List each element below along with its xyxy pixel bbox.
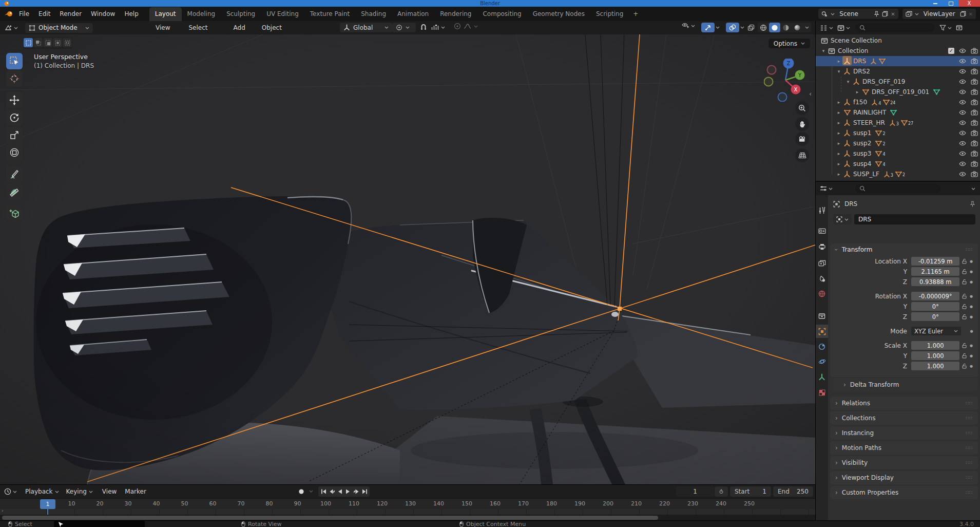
hide-eye-icon[interactable]	[959, 120, 966, 125]
tab-world[interactable]	[816, 287, 828, 300]
scene-selector[interactable]: Scene ✕	[818, 9, 898, 19]
outliner-row-susp-lf[interactable]: ▸ SUSP_LF 3 2	[816, 169, 980, 179]
hide-eye-icon[interactable]	[959, 141, 966, 146]
disclosure-triangle[interactable]: ▸	[835, 141, 842, 146]
tool-annotate[interactable]	[6, 166, 23, 182]
lock-icon[interactable]	[959, 269, 969, 274]
location-z-field[interactable]: 0.93888 m	[911, 277, 959, 286]
motion-paths-panel[interactable]: ›Motion Paths∷∷	[830, 441, 978, 455]
tab-object[interactable]	[816, 325, 828, 338]
hide-eye-icon[interactable]	[959, 79, 966, 84]
render-camera-icon[interactable]	[971, 171, 978, 177]
menu-file[interactable]: File	[14, 10, 34, 17]
animate-dot[interactable]: ●	[969, 315, 974, 319]
select-mode-extend[interactable]	[33, 38, 43, 47]
animate-dot[interactable]: ●	[969, 329, 974, 333]
lock-icon[interactable]	[959, 314, 969, 319]
disclosure-triangle[interactable]: ▾	[820, 48, 827, 53]
disclosure-triangle[interactable]: ▸	[835, 151, 842, 156]
lock-icon[interactable]	[959, 353, 969, 359]
marker-menu[interactable]: Marker	[123, 488, 148, 495]
scale-z-field[interactable]: 1.000	[911, 362, 959, 370]
menu-object[interactable]: Object	[260, 24, 284, 31]
outliner-row-susp4[interactable]: ▸ susp4 4	[816, 159, 980, 169]
properties-search-input[interactable]	[855, 184, 940, 193]
render-camera-icon[interactable]	[971, 79, 978, 85]
animate-dot[interactable]: ●	[969, 305, 974, 309]
lock-icon[interactable]	[959, 304, 969, 309]
menu-render[interactable]: Render	[55, 10, 86, 17]
playhead-line[interactable]	[47, 508, 48, 515]
rotation-z-field[interactable]: 0°	[911, 312, 959, 321]
animate-dot[interactable]: ●	[969, 294, 974, 298]
lock-icon[interactable]	[959, 279, 969, 285]
new-viewlayer-icon[interactable]	[960, 11, 966, 17]
tab-scripting[interactable]: Scripting	[590, 7, 629, 21]
lock-icon[interactable]	[959, 343, 969, 348]
timeline-keyframe-strip[interactable]	[0, 509, 815, 515]
animate-dot[interactable]: ●	[969, 344, 974, 348]
auto-key-record-button[interactable]	[295, 486, 308, 496]
tab-physics[interactable]	[816, 355, 828, 368]
3d-viewport[interactable]: User Perspective (1) Collection | DRS Op…	[0, 34, 815, 484]
scale-x-field[interactable]: 1.000	[911, 341, 959, 350]
proportional-edit-icon[interactable]	[454, 23, 461, 30]
disclosure-triangle[interactable]: ▸	[835, 100, 842, 105]
tab-output[interactable]	[816, 240, 828, 253]
frame-start-field[interactable]: Start1	[730, 486, 771, 497]
unlink-scene-icon[interactable]: ✕	[891, 11, 895, 17]
tab-uv-editing[interactable]: UV Editing	[261, 7, 304, 21]
custom-properties-panel[interactable]: ›Custom Properties∷∷	[830, 486, 978, 499]
playback-menu[interactable]: Playback	[25, 488, 59, 495]
snap-with-dropdown[interactable]	[431, 24, 445, 31]
render-camera-icon[interactable]	[971, 161, 978, 167]
outliner-row-drs2[interactable]: ▾ DRS2	[816, 66, 980, 77]
previous-keyframe-button[interactable]	[328, 487, 336, 496]
disclosure-triangle[interactable]: ▸	[854, 89, 861, 95]
options-button[interactable]: Options	[768, 39, 810, 48]
pin-icon[interactable]	[874, 11, 879, 17]
render-camera-icon[interactable]	[971, 58, 978, 64]
keying-menu[interactable]: Keying	[66, 488, 93, 495]
hide-eye-icon[interactable]	[959, 151, 966, 156]
animate-dot[interactable]: ●	[969, 259, 974, 264]
blender-menu-icon[interactable]	[4, 10, 13, 17]
outliner-row-rainlight[interactable]: ▸ RAINLIGHT	[816, 107, 980, 118]
jump-to-start-button[interactable]	[319, 487, 328, 496]
rotation-x-field[interactable]: -0.000009°	[911, 292, 959, 300]
menu-edit[interactable]: Edit	[34, 10, 55, 17]
transform-panel-header[interactable]: › Transform ∷∷	[830, 243, 978, 256]
instancing-panel[interactable]: ›Instancing∷∷	[830, 426, 978, 440]
render-camera-icon[interactable]	[971, 140, 978, 146]
zoom-button[interactable]	[795, 101, 809, 115]
render-camera-icon[interactable]	[971, 99, 978, 105]
play-reverse-button[interactable]	[336, 487, 344, 496]
minimize-button[interactable]	[928, 0, 943, 7]
falloff-curve-icon[interactable]	[464, 23, 471, 29]
outliner-display-mode-button[interactable]	[837, 25, 850, 31]
outliner-row-drs[interactable]: ▸ DRS	[816, 56, 980, 66]
outliner-row-scene-collection[interactable]: Scene Collection	[816, 35, 980, 46]
hide-eye-icon[interactable]	[959, 172, 966, 177]
tool-move[interactable]	[6, 92, 23, 108]
pan-hand-button[interactable]	[795, 117, 809, 131]
gizmo-x-label[interactable]: X	[794, 87, 798, 92]
tool-measure[interactable]	[6, 183, 23, 200]
navigation-gizmo[interactable]: Z Y X	[764, 59, 807, 102]
outliner-row-drs-off-019-001[interactable]: ▸ DRS_OFF_019_001	[816, 87, 980, 97]
animate-dot[interactable]: ●	[969, 270, 974, 274]
next-keyframe-button[interactable]	[352, 487, 360, 496]
object-name-field[interactable]: DRS	[854, 214, 975, 224]
location-x-field[interactable]: -0.01259 m	[911, 257, 959, 266]
outliner-row-susp1[interactable]: ▸ susp1 2	[816, 128, 980, 138]
tab-scene[interactable]	[816, 272, 828, 285]
hide-eye-icon[interactable]	[959, 130, 966, 136]
hide-eye-icon[interactable]	[959, 69, 966, 74]
menu-help[interactable]: Help	[120, 10, 143, 17]
lock-icon[interactable]	[959, 293, 969, 299]
properties-options-chevron[interactable]	[971, 187, 975, 190]
frame-end-field[interactable]: End250	[773, 486, 813, 497]
rotation-mode-dropdown[interactable]: XYZ Euler	[911, 327, 961, 335]
use-preview-range-button[interactable]	[715, 486, 728, 497]
select-mode-set[interactable]	[24, 38, 33, 47]
